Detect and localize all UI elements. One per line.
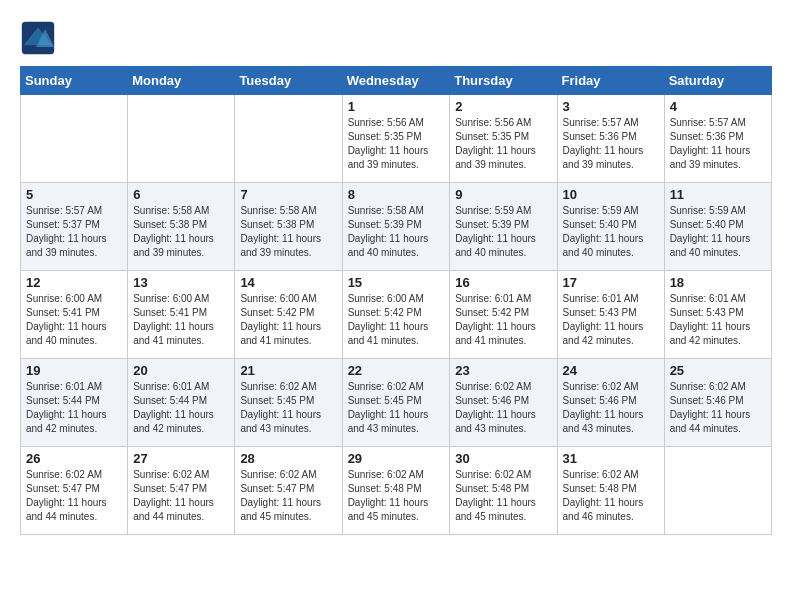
day-number: 3	[563, 99, 659, 114]
day-cell: 8Sunrise: 5:58 AM Sunset: 5:39 PM Daylig…	[342, 183, 450, 271]
day-number: 2	[455, 99, 551, 114]
day-info: Sunrise: 6:00 AM Sunset: 5:41 PM Dayligh…	[26, 292, 122, 348]
day-header-sunday: Sunday	[21, 67, 128, 95]
day-number: 6	[133, 187, 229, 202]
day-cell: 21Sunrise: 6:02 AM Sunset: 5:45 PM Dayli…	[235, 359, 342, 447]
day-header-friday: Friday	[557, 67, 664, 95]
day-number: 10	[563, 187, 659, 202]
day-number: 8	[348, 187, 445, 202]
day-cell: 30Sunrise: 6:02 AM Sunset: 5:48 PM Dayli…	[450, 447, 557, 535]
day-cell: 29Sunrise: 6:02 AM Sunset: 5:48 PM Dayli…	[342, 447, 450, 535]
day-number: 19	[26, 363, 122, 378]
week-row-2: 5Sunrise: 5:57 AM Sunset: 5:37 PM Daylig…	[21, 183, 772, 271]
week-row-4: 19Sunrise: 6:01 AM Sunset: 5:44 PM Dayli…	[21, 359, 772, 447]
day-cell: 9Sunrise: 5:59 AM Sunset: 5:39 PM Daylig…	[450, 183, 557, 271]
day-info: Sunrise: 6:00 AM Sunset: 5:42 PM Dayligh…	[348, 292, 445, 348]
day-number: 28	[240, 451, 336, 466]
day-cell: 13Sunrise: 6:00 AM Sunset: 5:41 PM Dayli…	[128, 271, 235, 359]
day-number: 14	[240, 275, 336, 290]
day-info: Sunrise: 5:58 AM Sunset: 5:38 PM Dayligh…	[133, 204, 229, 260]
day-header-wednesday: Wednesday	[342, 67, 450, 95]
day-cell: 14Sunrise: 6:00 AM Sunset: 5:42 PM Dayli…	[235, 271, 342, 359]
day-info: Sunrise: 5:56 AM Sunset: 5:35 PM Dayligh…	[455, 116, 551, 172]
day-number: 30	[455, 451, 551, 466]
day-cell: 3Sunrise: 5:57 AM Sunset: 5:36 PM Daylig…	[557, 95, 664, 183]
day-cell: 28Sunrise: 6:02 AM Sunset: 5:47 PM Dayli…	[235, 447, 342, 535]
day-number: 12	[26, 275, 122, 290]
day-info: Sunrise: 5:58 AM Sunset: 5:38 PM Dayligh…	[240, 204, 336, 260]
day-info: Sunrise: 6:02 AM Sunset: 5:45 PM Dayligh…	[240, 380, 336, 436]
day-number: 18	[670, 275, 766, 290]
day-number: 31	[563, 451, 659, 466]
day-cell: 2Sunrise: 5:56 AM Sunset: 5:35 PM Daylig…	[450, 95, 557, 183]
day-cell: 31Sunrise: 6:02 AM Sunset: 5:48 PM Dayli…	[557, 447, 664, 535]
day-header-monday: Monday	[128, 67, 235, 95]
logo	[20, 20, 62, 56]
day-cell: 26Sunrise: 6:02 AM Sunset: 5:47 PM Dayli…	[21, 447, 128, 535]
day-cell	[128, 95, 235, 183]
day-info: Sunrise: 6:02 AM Sunset: 5:48 PM Dayligh…	[455, 468, 551, 524]
day-number: 15	[348, 275, 445, 290]
day-info: Sunrise: 6:01 AM Sunset: 5:43 PM Dayligh…	[670, 292, 766, 348]
day-cell: 25Sunrise: 6:02 AM Sunset: 5:46 PM Dayli…	[664, 359, 771, 447]
day-number: 5	[26, 187, 122, 202]
day-info: Sunrise: 6:02 AM Sunset: 5:47 PM Dayligh…	[240, 468, 336, 524]
page-header	[20, 20, 772, 56]
week-row-3: 12Sunrise: 6:00 AM Sunset: 5:41 PM Dayli…	[21, 271, 772, 359]
day-info: Sunrise: 6:01 AM Sunset: 5:42 PM Dayligh…	[455, 292, 551, 348]
day-cell: 19Sunrise: 6:01 AM Sunset: 5:44 PM Dayli…	[21, 359, 128, 447]
day-cell: 24Sunrise: 6:02 AM Sunset: 5:46 PM Dayli…	[557, 359, 664, 447]
day-number: 13	[133, 275, 229, 290]
day-cell	[664, 447, 771, 535]
day-cell: 6Sunrise: 5:58 AM Sunset: 5:38 PM Daylig…	[128, 183, 235, 271]
day-number: 1	[348, 99, 445, 114]
day-number: 24	[563, 363, 659, 378]
day-number: 9	[455, 187, 551, 202]
day-info: Sunrise: 6:01 AM Sunset: 5:44 PM Dayligh…	[26, 380, 122, 436]
day-cell: 16Sunrise: 6:01 AM Sunset: 5:42 PM Dayli…	[450, 271, 557, 359]
day-cell: 7Sunrise: 5:58 AM Sunset: 5:38 PM Daylig…	[235, 183, 342, 271]
week-row-5: 26Sunrise: 6:02 AM Sunset: 5:47 PM Dayli…	[21, 447, 772, 535]
day-number: 27	[133, 451, 229, 466]
day-info: Sunrise: 6:02 AM Sunset: 5:45 PM Dayligh…	[348, 380, 445, 436]
day-cell: 10Sunrise: 5:59 AM Sunset: 5:40 PM Dayli…	[557, 183, 664, 271]
day-info: Sunrise: 5:59 AM Sunset: 5:40 PM Dayligh…	[563, 204, 659, 260]
day-info: Sunrise: 6:01 AM Sunset: 5:44 PM Dayligh…	[133, 380, 229, 436]
day-cell: 23Sunrise: 6:02 AM Sunset: 5:46 PM Dayli…	[450, 359, 557, 447]
day-info: Sunrise: 5:59 AM Sunset: 5:39 PM Dayligh…	[455, 204, 551, 260]
day-info: Sunrise: 6:02 AM Sunset: 5:46 PM Dayligh…	[455, 380, 551, 436]
day-cell: 1Sunrise: 5:56 AM Sunset: 5:35 PM Daylig…	[342, 95, 450, 183]
day-number: 22	[348, 363, 445, 378]
day-info: Sunrise: 5:58 AM Sunset: 5:39 PM Dayligh…	[348, 204, 445, 260]
day-cell: 12Sunrise: 6:00 AM Sunset: 5:41 PM Dayli…	[21, 271, 128, 359]
day-header-thursday: Thursday	[450, 67, 557, 95]
day-info: Sunrise: 6:02 AM Sunset: 5:47 PM Dayligh…	[26, 468, 122, 524]
day-info: Sunrise: 6:02 AM Sunset: 5:46 PM Dayligh…	[670, 380, 766, 436]
day-number: 26	[26, 451, 122, 466]
day-header-saturday: Saturday	[664, 67, 771, 95]
day-cell: 5Sunrise: 5:57 AM Sunset: 5:37 PM Daylig…	[21, 183, 128, 271]
day-cell	[21, 95, 128, 183]
day-info: Sunrise: 6:00 AM Sunset: 5:42 PM Dayligh…	[240, 292, 336, 348]
day-number: 4	[670, 99, 766, 114]
day-number: 16	[455, 275, 551, 290]
day-info: Sunrise: 6:02 AM Sunset: 5:48 PM Dayligh…	[563, 468, 659, 524]
day-number: 25	[670, 363, 766, 378]
day-info: Sunrise: 5:57 AM Sunset: 5:36 PM Dayligh…	[563, 116, 659, 172]
day-cell: 15Sunrise: 6:00 AM Sunset: 5:42 PM Dayli…	[342, 271, 450, 359]
day-info: Sunrise: 6:02 AM Sunset: 5:48 PM Dayligh…	[348, 468, 445, 524]
calendar-header-row: SundayMondayTuesdayWednesdayThursdayFrid…	[21, 67, 772, 95]
day-info: Sunrise: 6:00 AM Sunset: 5:41 PM Dayligh…	[133, 292, 229, 348]
day-info: Sunrise: 5:57 AM Sunset: 5:36 PM Dayligh…	[670, 116, 766, 172]
day-info: Sunrise: 6:02 AM Sunset: 5:46 PM Dayligh…	[563, 380, 659, 436]
day-number: 21	[240, 363, 336, 378]
day-number: 23	[455, 363, 551, 378]
day-number: 11	[670, 187, 766, 202]
week-row-1: 1Sunrise: 5:56 AM Sunset: 5:35 PM Daylig…	[21, 95, 772, 183]
day-cell: 4Sunrise: 5:57 AM Sunset: 5:36 PM Daylig…	[664, 95, 771, 183]
day-number: 20	[133, 363, 229, 378]
day-cell: 22Sunrise: 6:02 AM Sunset: 5:45 PM Dayli…	[342, 359, 450, 447]
day-info: Sunrise: 5:56 AM Sunset: 5:35 PM Dayligh…	[348, 116, 445, 172]
day-cell: 18Sunrise: 6:01 AM Sunset: 5:43 PM Dayli…	[664, 271, 771, 359]
calendar-table: SundayMondayTuesdayWednesdayThursdayFrid…	[20, 66, 772, 535]
